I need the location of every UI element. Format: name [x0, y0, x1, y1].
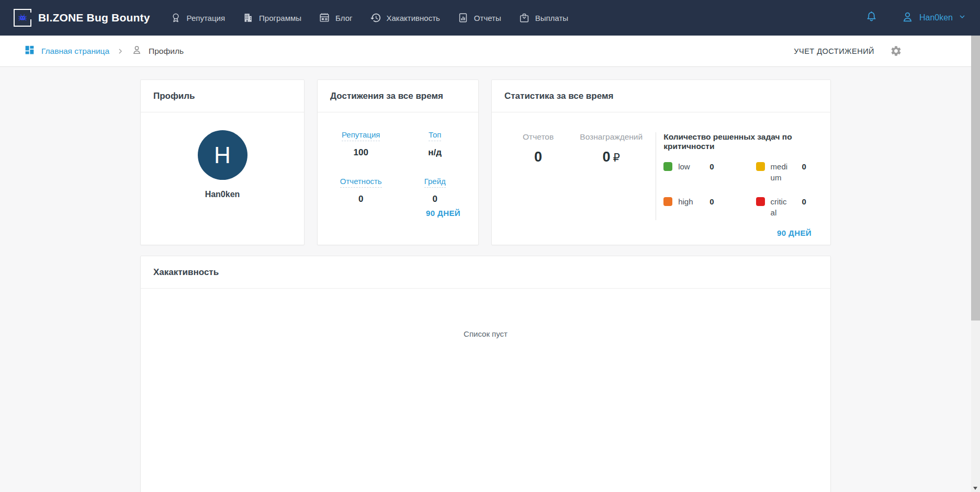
severity-swatch-medium — [756, 162, 765, 171]
metric-value: 0 — [324, 194, 398, 204]
severity-count: 0 — [802, 162, 806, 171]
severity-name: medium — [771, 162, 791, 183]
reports-label: Отчетов — [506, 132, 570, 142]
metric-value: 100 — [324, 147, 398, 158]
history-icon — [370, 12, 381, 24]
bizone-logo-icon — [14, 9, 31, 27]
severity-title: Количество решенных задач по критичности — [663, 132, 830, 151]
rewards-value: 0₽ — [570, 149, 652, 165]
achievements-card-title: Достижения за все время — [318, 80, 478, 112]
avatar: H — [198, 130, 247, 180]
reports-icon — [457, 12, 469, 24]
severity-name: low — [678, 162, 698, 173]
nav-item-payouts[interactable]: Выплаты — [519, 12, 568, 24]
metric-value: 0 — [398, 194, 472, 204]
main-nav: Репутация Программы — [170, 12, 568, 24]
breadcrumb: Главная страница Профиль — [24, 44, 184, 58]
nav-item-label: Блог — [335, 14, 352, 22]
severity-low: low 0 — [663, 162, 738, 183]
severity-count: 0 — [709, 162, 714, 171]
building-icon — [242, 12, 254, 24]
user-menu[interactable]: Han0ken — [901, 10, 966, 26]
breadcrumb-current: Профиль — [131, 44, 184, 58]
severity-swatch-high — [663, 197, 672, 206]
scrollbar-down-arrow[interactable] — [973, 487, 977, 490]
profile-card: Профиль H Han0ken — [140, 79, 305, 245]
chevron-down-icon — [958, 13, 966, 23]
rewards-stat: Вознаграждений 0₽ — [570, 132, 652, 220]
topbar-right: Han0ken — [865, 10, 966, 26]
nav-item-reputation[interactable]: Репутация — [170, 12, 225, 24]
statistics-card: Статистика за все время Отчетов 0 Вознаг… — [491, 79, 831, 245]
page: BI.ZONE Bug Bounty Репутация — [0, 0, 980, 492]
scrollbar-thumb[interactable] — [971, 36, 980, 321]
metric-label[interactable]: Репутация — [342, 130, 380, 141]
vertical-scrollbar[interactable] — [971, 36, 980, 492]
breadcrumb-current-label: Профиль — [149, 47, 184, 56]
gear-icon[interactable] — [890, 45, 902, 57]
severity-block: Количество решенных задач по критичности… — [656, 132, 830, 220]
nav-item-label: Репутация — [187, 14, 225, 22]
metric-reputation: Репутация 100 — [324, 130, 398, 158]
medal-icon — [170, 12, 182, 24]
nav-item-label: Программы — [259, 14, 301, 22]
metric-label[interactable]: Отчетность — [340, 177, 382, 188]
severity-count: 0 — [802, 197, 806, 206]
statistics-card-title: Статистика за все время — [492, 80, 830, 112]
profile-username: Han0ken — [205, 190, 240, 199]
hacktivity-card-title: Хакактивность — [141, 256, 830, 289]
nav-item-hacktivity[interactable]: Хакактивность — [370, 12, 440, 24]
breadcrumb-bar: Главная страница Профиль УЧЕТ ДОСТИЖЕНИЙ — [0, 36, 971, 67]
severity-swatch-critical — [756, 197, 765, 206]
breadcrumb-actions: УЧЕТ ДОСТИЖЕНИЙ — [794, 45, 902, 57]
severity-name: critical — [771, 197, 791, 218]
ruble-sign: ₽ — [613, 152, 620, 164]
blog-icon — [319, 12, 330, 24]
breadcrumb-home[interactable]: Главная страница — [24, 44, 109, 58]
rewards-label: Вознаграждений — [570, 132, 652, 142]
brand-title: BI.ZONE Bug Bounty — [38, 12, 150, 24]
severity-high: high 0 — [663, 197, 738, 218]
top-navbar: BI.ZONE Bug Bounty Репутация — [0, 0, 980, 36]
nav-item-label: Выплаты — [535, 14, 568, 22]
hacktivity-card: Хакактивность Список пуст — [140, 256, 831, 492]
reports-value: 0 — [506, 149, 570, 165]
metric-reporting: Отчетность 0 — [324, 177, 398, 204]
metric-label[interactable]: Топ — [429, 130, 441, 141]
chevron-right-icon — [117, 48, 124, 55]
severity-medium: medium 0 — [756, 162, 830, 183]
breadcrumb-home-label: Главная страница — [41, 47, 109, 56]
severity-critical: critical 0 — [756, 197, 830, 218]
metric-grade: Грейд 0 — [398, 177, 472, 204]
nav-item-programs[interactable]: Программы — [242, 12, 301, 24]
severity-name: high — [678, 197, 698, 208]
payouts-icon — [519, 12, 530, 24]
metric-label[interactable]: Грейд — [424, 177, 446, 188]
period-90-days-link[interactable]: 90 ДНЕЙ — [777, 228, 812, 237]
bizone-logo[interactable]: BI.ZONE Bug Bounty — [14, 9, 150, 27]
severity-count: 0 — [709, 197, 714, 206]
user-icon — [901, 10, 914, 26]
nav-item-label: Отчеты — [474, 14, 501, 22]
empty-list-text: Список пуст — [141, 289, 830, 338]
profile-icon — [131, 44, 142, 58]
username-label: Han0ken — [919, 13, 953, 22]
nav-item-reports[interactable]: Отчеты — [457, 12, 501, 24]
bell-icon[interactable] — [865, 10, 878, 26]
metric-value: н/д — [398, 147, 472, 158]
reports-stat: Отчетов 0 — [506, 132, 570, 220]
achievements-link[interactable]: УЧЕТ ДОСТИЖЕНИЙ — [794, 47, 874, 55]
period-90-days-link[interactable]: 90 ДНЕЙ — [426, 209, 460, 218]
achievements-card: Достижения за все время Репутация 100 То… — [317, 79, 479, 245]
nav-item-label: Хакактивность — [387, 14, 440, 22]
main-content: Профиль H Han0ken Достижения за все врем… — [0, 67, 971, 492]
nav-item-blog[interactable]: Блог — [319, 12, 352, 24]
dashboard-icon — [24, 44, 35, 58]
profile-card-title: Профиль — [141, 80, 304, 112]
severity-swatch-low — [663, 162, 672, 171]
metric-top: Топ н/д — [398, 130, 472, 158]
